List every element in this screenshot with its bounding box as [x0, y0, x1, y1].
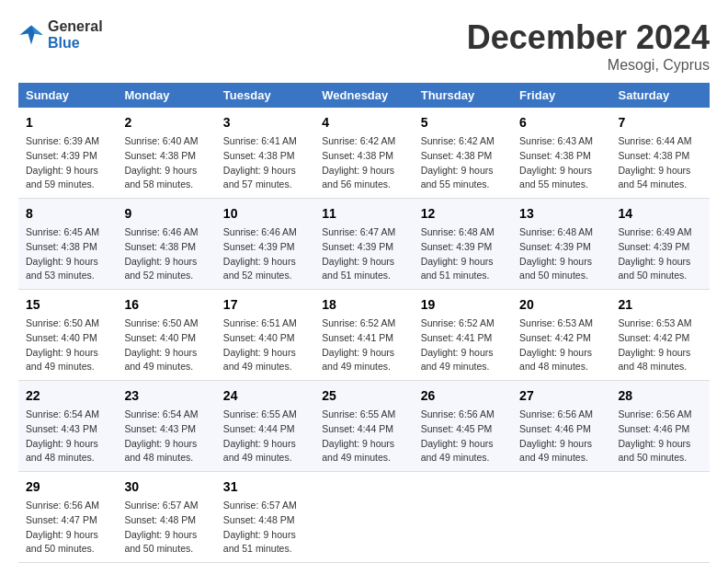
svg-marker-0: [19, 26, 42, 45]
day-info: Sunrise: 6:55 AMSunset: 4:44 PMDaylight:…: [223, 408, 307, 465]
logo-icon: [18, 22, 44, 48]
calendar-cell: 24Sunrise: 6:55 AMSunset: 4:44 PMDayligh…: [216, 381, 314, 472]
day-info: Sunrise: 6:39 AMSunset: 4:39 PMDaylight:…: [26, 134, 109, 192]
day-info: Sunrise: 6:54 AMSunset: 4:43 PMDaylight:…: [26, 408, 109, 465]
day-info: Sunrise: 6:56 AMSunset: 4:46 PMDaylight:…: [519, 408, 603, 465]
day-number: 22: [26, 386, 109, 406]
day-number: 2: [124, 113, 208, 132]
day-number: 1: [26, 113, 109, 132]
day-info: Sunrise: 6:51 AMSunset: 4:40 PMDaylight:…: [223, 316, 307, 374]
calendar-cell: 29Sunrise: 6:56 AMSunset: 4:47 PMDayligh…: [18, 472, 117, 563]
location: Mesogi, Cyprus: [467, 57, 710, 74]
day-number: 11: [322, 204, 405, 224]
calendar-cell: [512, 472, 610, 563]
day-number: 19: [421, 295, 505, 315]
day-info: Sunrise: 6:50 AMSunset: 4:40 PMDaylight:…: [124, 316, 208, 374]
day-number: 7: [619, 113, 702, 132]
calendar-cell: 21Sunrise: 6:53 AMSunset: 4:42 PMDayligh…: [611, 290, 710, 381]
day-info: Sunrise: 6:56 AMSunset: 4:46 PMDaylight:…: [619, 408, 702, 465]
logo-text-general: General: [48, 18, 103, 35]
calendar-week-row: 15Sunrise: 6:50 AMSunset: 4:40 PMDayligh…: [18, 290, 710, 381]
calendar-week-row: 1Sunrise: 6:39 AMSunset: 4:39 PMDaylight…: [18, 108, 710, 199]
day-info: Sunrise: 6:53 AMSunset: 4:42 PMDaylight:…: [519, 316, 603, 374]
calendar-table: SundayMondayTuesdayWednesdayThursdayFrid…: [18, 83, 710, 563]
day-number: 4: [322, 113, 405, 132]
calendar-cell: 4Sunrise: 6:42 AMSunset: 4:38 PMDaylight…: [314, 108, 413, 199]
day-number: 29: [26, 477, 109, 497]
day-info: Sunrise: 6:42 AMSunset: 4:38 PMDaylight:…: [322, 134, 405, 192]
calendar-cell: 22Sunrise: 6:54 AMSunset: 4:43 PMDayligh…: [18, 381, 117, 472]
title-block: December 2024 Mesogi, Cyprus: [467, 18, 710, 74]
calendar-cell: 5Sunrise: 6:42 AMSunset: 4:38 PMDaylight…: [414, 108, 512, 199]
day-info: Sunrise: 6:42 AMSunset: 4:38 PMDaylight:…: [421, 134, 505, 192]
day-number: 31: [223, 477, 307, 497]
day-info: Sunrise: 6:40 AMSunset: 4:38 PMDaylight:…: [124, 134, 208, 192]
calendar-cell: 26Sunrise: 6:56 AMSunset: 4:45 PMDayligh…: [414, 381, 512, 472]
calendar-cell: 16Sunrise: 6:50 AMSunset: 4:40 PMDayligh…: [117, 290, 215, 381]
weekday-header-sunday: Sunday: [18, 83, 117, 108]
day-info: Sunrise: 6:53 AMSunset: 4:42 PMDaylight:…: [619, 316, 702, 374]
day-info: Sunrise: 6:47 AMSunset: 4:39 PMDaylight:…: [322, 225, 405, 283]
calendar-cell: 2Sunrise: 6:40 AMSunset: 4:38 PMDaylight…: [117, 108, 215, 199]
calendar-cell: 14Sunrise: 6:49 AMSunset: 4:39 PMDayligh…: [611, 199, 710, 290]
day-number: 23: [124, 386, 208, 406]
weekday-header-friday: Friday: [512, 83, 610, 108]
calendar-week-row: 8Sunrise: 6:45 AMSunset: 4:38 PMDaylight…: [18, 199, 710, 290]
day-number: 18: [322, 295, 405, 315]
day-info: Sunrise: 6:55 AMSunset: 4:44 PMDaylight:…: [322, 408, 405, 465]
calendar-cell: 12Sunrise: 6:48 AMSunset: 4:39 PMDayligh…: [414, 199, 512, 290]
calendar-week-row: 22Sunrise: 6:54 AMSunset: 4:43 PMDayligh…: [18, 381, 710, 472]
day-number: 17: [223, 295, 307, 315]
day-number: 25: [322, 386, 405, 406]
calendar-cell: 13Sunrise: 6:48 AMSunset: 4:39 PMDayligh…: [512, 199, 610, 290]
day-number: 5: [421, 113, 505, 132]
calendar-cell: 17Sunrise: 6:51 AMSunset: 4:40 PMDayligh…: [216, 290, 314, 381]
weekday-header-monday: Monday: [117, 83, 215, 108]
calendar-cell: 18Sunrise: 6:52 AMSunset: 4:41 PMDayligh…: [314, 290, 413, 381]
calendar-cell: 6Sunrise: 6:43 AMSunset: 4:38 PMDaylight…: [512, 108, 610, 199]
day-info: Sunrise: 6:49 AMSunset: 4:39 PMDaylight:…: [619, 225, 702, 283]
calendar-cell: [611, 472, 710, 563]
calendar-week-row: 29Sunrise: 6:56 AMSunset: 4:47 PMDayligh…: [18, 472, 710, 563]
weekday-header-thursday: Thursday: [414, 83, 512, 108]
day-info: Sunrise: 6:44 AMSunset: 4:38 PMDaylight:…: [619, 134, 702, 192]
calendar-cell: [414, 472, 512, 563]
day-number: 12: [421, 204, 505, 224]
day-info: Sunrise: 6:46 AMSunset: 4:38 PMDaylight:…: [124, 225, 208, 283]
day-info: Sunrise: 6:57 AMSunset: 4:48 PMDaylight:…: [124, 499, 208, 557]
day-info: Sunrise: 6:56 AMSunset: 4:45 PMDaylight:…: [421, 408, 505, 465]
calendar-cell: 1Sunrise: 6:39 AMSunset: 4:39 PMDaylight…: [18, 108, 117, 199]
day-info: Sunrise: 6:52 AMSunset: 4:41 PMDaylight:…: [421, 316, 505, 374]
weekday-header-wednesday: Wednesday: [314, 83, 413, 108]
weekday-header-saturday: Saturday: [611, 83, 710, 108]
day-number: 24: [223, 386, 307, 406]
day-number: 9: [124, 204, 208, 224]
calendar-cell: 31Sunrise: 6:57 AMSunset: 4:48 PMDayligh…: [216, 472, 314, 563]
calendar-cell: 11Sunrise: 6:47 AMSunset: 4:39 PMDayligh…: [314, 199, 413, 290]
calendar-cell: 20Sunrise: 6:53 AMSunset: 4:42 PMDayligh…: [512, 290, 610, 381]
day-number: 21: [619, 295, 702, 315]
calendar-body: 1Sunrise: 6:39 AMSunset: 4:39 PMDaylight…: [18, 108, 710, 563]
day-number: 30: [124, 477, 208, 497]
calendar-cell: 10Sunrise: 6:46 AMSunset: 4:39 PMDayligh…: [216, 199, 314, 290]
day-number: 3: [223, 113, 307, 132]
calendar-cell: 27Sunrise: 6:56 AMSunset: 4:46 PMDayligh…: [512, 381, 610, 472]
day-info: Sunrise: 6:43 AMSunset: 4:38 PMDaylight:…: [519, 134, 603, 192]
calendar-cell: 9Sunrise: 6:46 AMSunset: 4:38 PMDaylight…: [117, 199, 215, 290]
month-title: December 2024: [467, 18, 710, 57]
weekday-header-tuesday: Tuesday: [216, 83, 314, 108]
day-number: 27: [519, 386, 603, 406]
day-info: Sunrise: 6:50 AMSunset: 4:40 PMDaylight:…: [26, 316, 109, 374]
calendar-cell: 8Sunrise: 6:45 AMSunset: 4:38 PMDaylight…: [18, 199, 117, 290]
calendar-cell: 7Sunrise: 6:44 AMSunset: 4:38 PMDaylight…: [611, 108, 710, 199]
calendar-cell: 19Sunrise: 6:52 AMSunset: 4:41 PMDayligh…: [414, 290, 512, 381]
calendar-cell: 3Sunrise: 6:41 AMSunset: 4:38 PMDaylight…: [216, 108, 314, 199]
day-number: 28: [619, 386, 702, 406]
day-number: 10: [223, 204, 307, 224]
logo-text-blue: Blue: [48, 35, 103, 52]
day-info: Sunrise: 6:54 AMSunset: 4:43 PMDaylight:…: [124, 408, 208, 465]
day-info: Sunrise: 6:45 AMSunset: 4:38 PMDaylight:…: [26, 225, 109, 283]
calendar-cell: 25Sunrise: 6:55 AMSunset: 4:44 PMDayligh…: [314, 381, 413, 472]
day-info: Sunrise: 6:57 AMSunset: 4:48 PMDaylight:…: [223, 499, 307, 557]
day-number: 15: [26, 295, 109, 315]
